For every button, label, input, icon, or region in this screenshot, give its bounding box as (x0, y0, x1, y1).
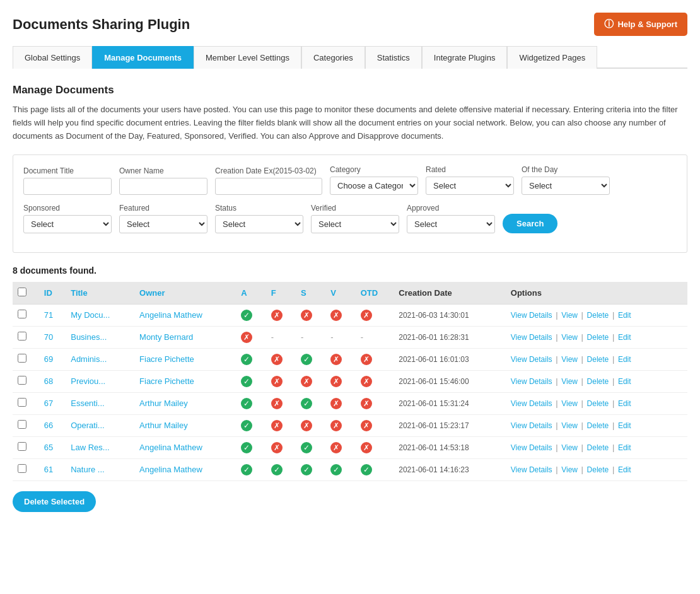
featured-select[interactable]: Select (119, 215, 207, 233)
row-checkbox[interactable] (18, 442, 26, 451)
row-checkbox[interactable] (18, 464, 26, 473)
tab-manage-documents[interactable]: Manage Documents (92, 46, 194, 69)
view-link[interactable]: View (561, 443, 578, 452)
check-icon: ✓ (241, 310, 252, 321)
tab-member-level-settings[interactable]: Member Level Settings (194, 46, 301, 69)
row-checkbox-cell (13, 370, 39, 392)
view-details-link[interactable]: View Details (511, 311, 552, 320)
edit-link[interactable]: Edit (618, 443, 631, 452)
row-options: View Details | View | Delete | Edit (506, 326, 687, 348)
row-v: ✗ (325, 414, 355, 436)
delete-selected-button[interactable]: Delete Selected (13, 491, 96, 512)
row-title[interactable]: Law Res... (66, 436, 134, 458)
delete-link[interactable]: Delete (587, 465, 609, 474)
tab-integrate-plugins[interactable]: Integrate Plugins (422, 46, 508, 69)
edit-link[interactable]: Edit (618, 465, 631, 474)
tab-widgetized-pages[interactable]: Widgetized Pages (507, 46, 597, 69)
row-options: View Details | View | Delete | Edit (506, 436, 687, 458)
row-owner[interactable]: Angelina Mathew (134, 436, 236, 458)
row-checkbox[interactable] (18, 420, 26, 429)
view-details-link[interactable]: View Details (511, 465, 552, 474)
row-owner[interactable]: Arthur Mailey (134, 414, 236, 436)
row-checkbox[interactable] (18, 354, 26, 363)
document-title-input[interactable] (23, 178, 112, 195)
delete-link[interactable]: Delete (587, 377, 609, 386)
creation-date-input[interactable] (215, 178, 322, 195)
view-details-link[interactable]: View Details (511, 377, 552, 386)
x-icon: ✗ (330, 442, 342, 453)
tab-statistics[interactable]: Statistics (365, 46, 422, 69)
view-details-link[interactable]: View Details (511, 443, 552, 452)
row-owner[interactable]: Arthur Mailey (134, 392, 236, 414)
row-title[interactable]: My Docu... (66, 304, 134, 326)
view-link[interactable]: View (561, 355, 578, 364)
row-checkbox[interactable] (18, 332, 26, 341)
approved-select[interactable]: Select (407, 215, 495, 233)
category-label: Category (330, 165, 418, 174)
row-title[interactable]: Previou... (66, 370, 134, 392)
help-support-button[interactable]: ⓘ Help & Support (594, 13, 687, 36)
view-link[interactable]: View (561, 465, 578, 474)
view-link[interactable]: View (561, 377, 578, 386)
row-title[interactable]: Operati... (66, 414, 134, 436)
of-the-day-group: Of the Day Select (522, 165, 610, 195)
help-icon: ⓘ (604, 18, 614, 30)
row-v: ✓ (325, 458, 355, 480)
delete-link[interactable]: Delete (587, 443, 609, 452)
view-details-link[interactable]: View Details (511, 333, 552, 342)
row-checkbox[interactable] (18, 376, 26, 385)
row-options: View Details | View | Delete | Edit (506, 304, 687, 326)
delete-link[interactable]: Delete (587, 399, 609, 408)
category-select[interactable]: Choose a Category (330, 177, 418, 195)
status-select[interactable]: Select (215, 215, 303, 233)
owner-name-input[interactable] (119, 178, 207, 195)
edit-link[interactable]: Edit (618, 355, 631, 364)
row-title[interactable]: Essenti... (66, 392, 134, 414)
featured-group: Featured Select (119, 204, 207, 233)
view-details-link[interactable]: View Details (511, 399, 552, 408)
row-title[interactable]: Adminis... (66, 348, 134, 370)
edit-link[interactable]: Edit (618, 333, 631, 342)
view-details-link[interactable]: View Details (511, 355, 552, 364)
view-link[interactable]: View (561, 333, 578, 342)
edit-link[interactable]: Edit (618, 421, 631, 430)
view-link[interactable]: View (561, 421, 578, 430)
edit-link[interactable]: Edit (618, 399, 631, 408)
select-all-checkbox[interactable] (18, 288, 26, 296)
delete-link[interactable]: Delete (587, 355, 609, 364)
row-owner[interactable]: Fiacre Pichette (134, 348, 236, 370)
x-icon: ✗ (361, 442, 372, 453)
tab-categories[interactable]: Categories (301, 46, 365, 69)
row-checkbox-cell (13, 458, 39, 480)
row-title[interactable]: Nature ... (66, 458, 134, 480)
delete-link[interactable]: Delete (587, 311, 609, 320)
row-s: ✓ (296, 436, 325, 458)
view-link[interactable]: View (561, 311, 578, 320)
edit-link[interactable]: Edit (618, 311, 631, 320)
check-icon: ✓ (241, 398, 252, 409)
delete-link[interactable]: Delete (587, 421, 609, 430)
row-s: ✓ (296, 458, 325, 480)
row-owner[interactable]: Fiacre Pichette (134, 370, 236, 392)
search-button[interactable]: Search (503, 214, 557, 233)
delete-link[interactable]: Delete (587, 333, 609, 342)
document-title-group: Document Title (23, 166, 112, 195)
check-icon: ✓ (361, 464, 372, 475)
row-owner[interactable]: Angelina Mathew (134, 458, 236, 480)
view-details-link[interactable]: View Details (511, 421, 552, 430)
row-options: View Details | View | Delete | Edit (506, 414, 687, 436)
row-title[interactable]: Busines... (66, 326, 134, 348)
row-owner[interactable]: Angelina Mathew (134, 304, 236, 326)
row-f: ✓ (266, 458, 296, 480)
row-checkbox[interactable] (18, 310, 26, 318)
of-the-day-select[interactable]: Select (522, 177, 610, 195)
edit-link[interactable]: Edit (618, 377, 631, 386)
verified-select[interactable]: Select (311, 215, 399, 233)
tab-global-settings[interactable]: Global Settings (13, 46, 92, 69)
view-link[interactable]: View (561, 399, 578, 408)
row-checkbox[interactable] (18, 398, 26, 407)
creation-date-label: Creation Date Ex(2015-03-02) (215, 166, 322, 175)
row-owner[interactable]: Monty Bernard (134, 326, 236, 348)
sponsored-select[interactable]: Select (23, 215, 112, 233)
rated-select[interactable]: Select (426, 177, 514, 195)
